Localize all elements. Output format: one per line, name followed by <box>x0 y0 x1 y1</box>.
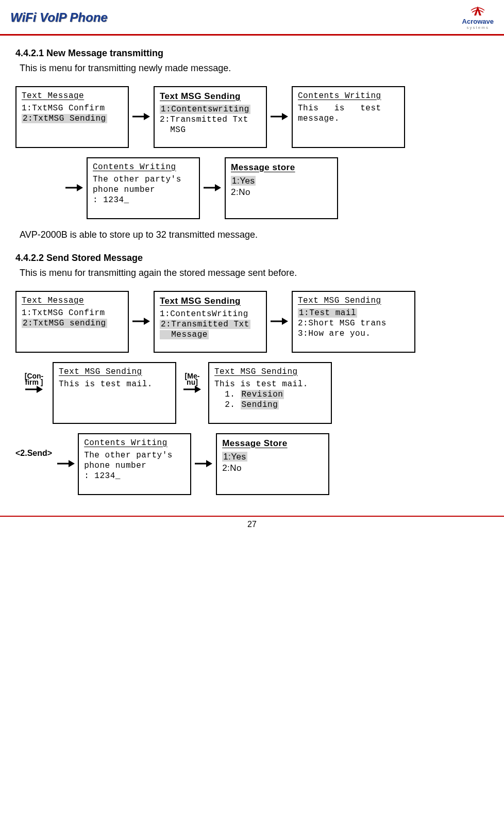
svg-marker-19 <box>206 460 212 467</box>
menu-item: 1:TxtMSG Confirm <box>22 308 123 318</box>
screen-contents-writing-number: Contents Writing The other party's phone… <box>87 157 200 219</box>
brand-logo: Acrowave systems <box>462 5 494 30</box>
body-line: phone number <box>93 185 194 194</box>
screen-title: Text MSG Sending <box>160 91 261 102</box>
arrow-icon <box>267 317 292 326</box>
screen-title: Contents Writing <box>84 438 185 448</box>
screen-text-message-2: Text Message 1:TxtMSG Confirm 2:TxtMSG s… <box>15 291 129 353</box>
svg-marker-1 <box>144 113 150 120</box>
section-4421-intro: This is menu for transmitting newly made… <box>20 63 489 74</box>
menu-item-selected: Revision <box>241 390 284 399</box>
header-title: WiFi VoIP Phone <box>10 10 108 25</box>
menu-item: 2:Transmitted Txt <box>160 115 261 124</box>
arrow-icon <box>54 459 78 468</box>
menu-item-selected: 1:Yes <box>222 452 247 462</box>
menu-item-selected: 1:Test mail <box>298 308 357 318</box>
screen-title: Message store <box>231 162 332 173</box>
body-line: This is test mail. <box>214 380 326 389</box>
section-4421-note: AVP-2000B is able to store up to 32 tran… <box>20 229 489 240</box>
arrow-icon <box>200 183 225 192</box>
arrow-label-send: <2.Send> <box>15 449 52 458</box>
screen-title: Message Store <box>222 438 323 449</box>
arrow-icon <box>129 112 154 121</box>
menu-item-selected: 2:TxtMSG sending <box>22 319 107 328</box>
screen-text-msg-sending-menu: Text MSG Sending This is test mail. 1. R… <box>208 362 332 424</box>
body-line: This is test mail. <box>59 380 170 389</box>
screen-title: Text Message <box>22 91 123 101</box>
menu-item: 2:No <box>231 187 332 198</box>
arrow-icon <box>25 385 43 394</box>
flow-row-4: [Con- firm ] Text MSG Sending This is te… <box>15 362 489 424</box>
section-4422-intro: This is menu for transmitting again the … <box>20 268 489 278</box>
arrow-icon <box>129 317 154 326</box>
screen-title: Contents Writing <box>298 91 399 101</box>
menu-number: 2. <box>214 400 241 409</box>
svg-marker-7 <box>215 184 221 191</box>
menu-item-selected: 1:Contentswriting <box>160 105 250 114</box>
svg-marker-5 <box>77 184 83 191</box>
menu-item-selected: 2:TxtMSG Sending <box>22 114 107 123</box>
body-line: The other party's <box>93 175 194 184</box>
svg-marker-13 <box>37 386 43 393</box>
screen-title: Text MSG Sending <box>298 296 409 305</box>
screen-text-msg-sending-2: Text MSG Sending 1:ContentsWriting 2:Tra… <box>154 291 267 353</box>
menu-item: 2:No <box>222 463 323 473</box>
screen-message-store: Message store 1:Yes 2:No <box>225 157 338 219</box>
acrowave-icon <box>469 5 486 18</box>
arrow-icon <box>191 459 216 468</box>
arrow-labeled-menu: [Me- nu] <box>176 372 208 394</box>
svg-marker-15 <box>195 386 201 393</box>
flow-row-2: Contents Writing The other party's phone… <box>15 157 489 219</box>
screen-contents-writing: Contents Writing This is test message. <box>292 86 405 148</box>
svg-marker-3 <box>282 113 288 120</box>
body-line: This is test <box>298 104 399 113</box>
brand-name: Acrowave <box>462 18 494 25</box>
brand-sub: systems <box>467 25 489 30</box>
screen-text-msg-sending: Text MSG Sending 1:Contentswriting 2:Tra… <box>154 86 267 148</box>
page-header: WiFi VoIP Phone Acrowave systems <box>0 0 504 36</box>
page-content: 4.4.2.1 New Message transmitting This is… <box>0 36 504 495</box>
body-line: phone number <box>84 461 185 470</box>
arrow-labeled-confirm: [Con- firm ] <box>15 372 53 394</box>
flow-row-3: Text Message 1:TxtMSG Confirm 2:TxtMSG s… <box>15 291 489 353</box>
body-line: The other party's <box>84 451 185 460</box>
menu-item: 2:Short MSG trans <box>298 319 409 328</box>
menu-item: MSG <box>160 125 261 135</box>
screen-title: Text MSG Sending <box>214 367 326 376</box>
page-number: 27 <box>247 520 257 529</box>
menu-item: 1:TxtMSG Confirm <box>22 104 123 113</box>
menu-item-selected: Message <box>160 330 209 339</box>
screen-title: Contents Writing <box>93 162 194 172</box>
menu-number: 1. <box>214 390 241 399</box>
page-footer: 27 <box>0 516 504 539</box>
body-line: message. <box>298 114 399 123</box>
screen-text-message: Text Message 1:TxtMSG Confirm 2:TxtMSG S… <box>15 86 129 148</box>
screen-message-store-2: Message Store 1:Yes 2:No <box>216 433 329 495</box>
body-line: : 1234_ <box>93 195 194 205</box>
flow-row-5: <2.Send> Contents Writing The other part… <box>15 433 489 495</box>
section-4421-heading: 4.4.2.1 New Message transmitting <box>15 48 489 59</box>
svg-marker-17 <box>69 460 75 467</box>
svg-marker-11 <box>282 318 288 325</box>
arrow-icon <box>183 385 201 394</box>
section-4422-heading: 4.4.2.2 Send Stored Message <box>15 253 489 264</box>
menu-item-selected: 1:Yes <box>231 176 256 186</box>
arrow-icon <box>62 183 87 192</box>
screen-contents-writing-number-2: Contents Writing The other party's phone… <box>78 433 191 495</box>
menu-item: 3:How are you. <box>298 329 409 338</box>
arrow-icon <box>267 112 292 121</box>
screen-title: Text MSG Sending <box>160 296 261 306</box>
screen-text-msg-sending-list: Text MSG Sending 1:Test mail 2:Short MSG… <box>292 291 415 353</box>
flow-row-1: Text Message 1:TxtMSG Confirm 2:TxtMSG S… <box>15 86 489 148</box>
svg-marker-9 <box>144 318 150 325</box>
screen-title: Text MSG Sending <box>59 367 170 376</box>
menu-item: 1:ContentsWriting <box>160 309 261 319</box>
screen-title: Text Message <box>22 296 123 305</box>
menu-item: Sending <box>241 400 279 409</box>
screen-text-msg-sending-preview: Text MSG Sending This is test mail. <box>53 362 176 424</box>
body-line: : 1234_ <box>84 471 185 481</box>
menu-item-selected: 2:Transmitted Txt <box>160 320 250 329</box>
